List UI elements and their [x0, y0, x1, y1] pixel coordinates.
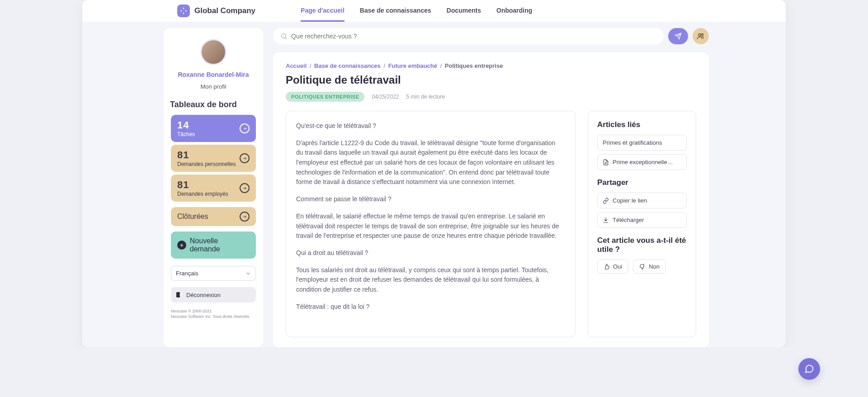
arrow-right-icon — [240, 212, 250, 222]
nav-links: Page d'accueilBase de connaissancesDocum… — [301, 0, 532, 22]
share-action-0[interactable]: Copier le lien — [597, 193, 687, 208]
sidebar: Roxanne Bonardel-Mira Mon profil Tableau… — [164, 28, 263, 347]
download-icon — [603, 217, 609, 223]
top-nav: Global Company Page d'accueilBase de con… — [82, 0, 786, 22]
dash-card-1[interactable]: 81Demandes personnelles — [171, 145, 256, 172]
dash-closed-label: Clôturées — [177, 213, 208, 221]
dash-label: Demandes employés — [177, 191, 228, 197]
brand-label: Global Company — [194, 6, 255, 15]
dash-card-2[interactable]: 81Demandes employés — [171, 175, 256, 202]
thumbs-up-icon — [604, 264, 610, 270]
search-row — [273, 28, 709, 44]
article-body: Qu'est-ce que le télétravail ?D'après l'… — [286, 111, 576, 337]
logo-icon — [177, 5, 190, 17]
language-label: Français — [176, 270, 198, 277]
nav-link-3[interactable]: Onboarding — [496, 0, 532, 22]
breadcrumb-item[interactable]: Future embauché — [388, 62, 437, 69]
search-box[interactable] — [273, 28, 664, 44]
nav-link-0[interactable]: Page d'accueil — [301, 0, 344, 22]
breadcrumb-item: Politiques entreprise — [445, 62, 503, 69]
aside-panel: Articles liés Primes et gratificationsPr… — [588, 111, 696, 337]
thumbs-down-icon — [639, 264, 646, 270]
article-paragraph: Tous les salariés ont droit au télétrava… — [296, 265, 560, 295]
new-request-button[interactable]: + Nouvelle demande — [171, 232, 256, 259]
arrow-right-icon — [240, 153, 250, 163]
send-icon — [675, 33, 682, 40]
dash-card-0[interactable]: 14Tâches — [171, 115, 256, 142]
article-scroll[interactable]: Qu'est-ce que le télétravail ?D'après l'… — [296, 121, 568, 327]
meta-row: POLITIQUES ENTREPRISE 04/25/2022 5 min d… — [286, 92, 696, 102]
dash-closed[interactable]: Clôturées — [171, 207, 256, 226]
plus-icon: + — [177, 241, 186, 250]
article-paragraph: Qui a droit au télétravail ? — [296, 248, 560, 258]
read-time: 5 min de lecture — [406, 94, 445, 100]
logout-label: Déconnexion — [186, 292, 221, 298]
document-icon — [603, 159, 609, 165]
article-paragraph: Comment se passe le télétravail ? — [296, 194, 560, 204]
nav-link-2[interactable]: Documents — [447, 0, 481, 22]
users-icon — [697, 32, 705, 40]
page-title: Politique de télétravail — [286, 74, 696, 86]
article-paragraph: En télétravail, le salarié effectue le m… — [296, 212, 560, 241]
link-icon — [603, 198, 609, 204]
nav-link-1[interactable]: Base de connaissances — [360, 0, 431, 22]
logout-button[interactable]: Déconnexion — [171, 287, 256, 302]
send-button[interactable] — [668, 28, 688, 44]
related-article-0[interactable]: Primes et gratifications — [597, 135, 687, 151]
article-date: 04/25/2022 — [372, 94, 399, 100]
dash-label: Demandes personnelles — [177, 161, 236, 167]
dash-count: 81 — [177, 149, 236, 161]
search-input[interactable] — [291, 33, 656, 40]
arrow-right-icon — [240, 123, 250, 133]
related-title: Articles liés — [597, 120, 687, 129]
logout-icon — [175, 291, 183, 298]
vote-no-button[interactable]: Non — [633, 260, 666, 274]
share-action-1[interactable]: Télécharger — [597, 212, 687, 228]
article-paragraph: Télétravail : que dit la loi ? — [296, 302, 560, 312]
my-profile-link[interactable]: Mon profil — [171, 83, 256, 90]
share-title: Partager — [597, 178, 687, 187]
breadcrumb-item[interactable]: Base de connaissances — [314, 62, 381, 69]
category-tag[interactable]: POLITIQUES ENTREPRISE — [286, 92, 364, 102]
breadcrumb: Accueil / Base de connaissances / Future… — [286, 62, 696, 69]
article-paragraph: Qu'est-ce que le télétravail ? — [296, 121, 560, 131]
chevron-down-icon — [245, 271, 251, 276]
language-select[interactable]: Français — [171, 266, 256, 281]
content-panel: Accueil / Base de connaissances / Future… — [273, 52, 709, 347]
brand[interactable]: Global Company — [177, 5, 255, 17]
vote-yes-button[interactable]: Oui — [597, 260, 628, 274]
related-article-1[interactable]: Prime exceptionnelle… — [597, 154, 687, 170]
svg-point-1 — [282, 34, 286, 38]
svg-point-3 — [702, 33, 703, 35]
dashboards-title: Tableaux de bord — [170, 100, 256, 109]
breadcrumb-item[interactable]: Accueil — [286, 62, 307, 69]
useful-title: Cet article vous a-t-il été utile ? — [597, 236, 687, 254]
users-button[interactable] — [693, 28, 709, 44]
article-paragraph: D'après l'article L1222-9 du Code du tra… — [296, 138, 560, 187]
dash-count: 81 — [177, 179, 228, 191]
avatar[interactable] — [200, 39, 226, 65]
svg-point-2 — [698, 33, 701, 36]
dash-label: Tâches — [177, 131, 195, 137]
new-request-label: Nouvelle demande — [190, 237, 250, 253]
user-name[interactable]: Roxanne Bonardel-Mira — [171, 71, 256, 79]
footer-copyright: Neocase © 2000-2021 Neocase Software inc… — [171, 309, 256, 319]
dash-count: 14 — [177, 119, 195, 131]
arrow-right-icon — [240, 183, 250, 193]
search-icon — [280, 33, 288, 40]
